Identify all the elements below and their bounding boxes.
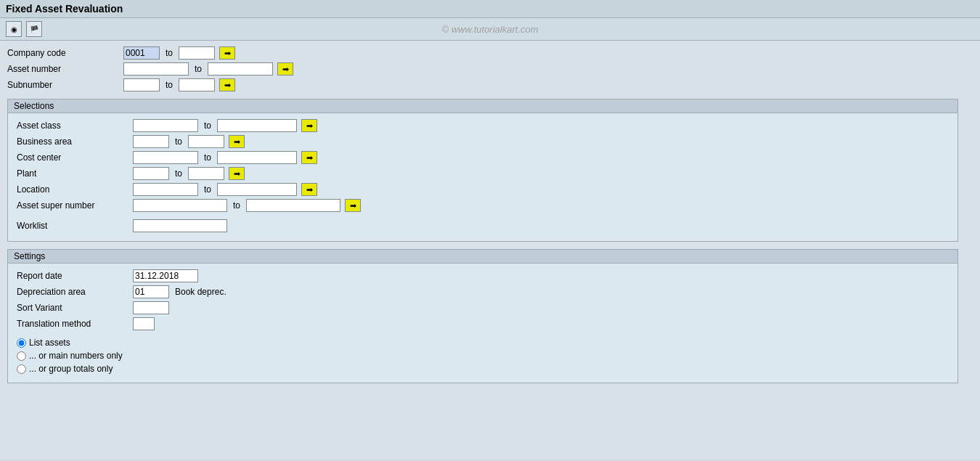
selections-section: Selections Asset class to ➡ Business are… [7,99,958,242]
asset-class-row: Asset class to ➡ [17,119,949,132]
radio-main-numbers[interactable] [17,351,26,361]
book-depr-label: Book deprec. [175,287,226,297]
radio-main-numbers-row: ... or main numbers only [17,351,949,361]
subnumber-arrow[interactable]: ➡ [219,78,235,91]
cost-center-row: Cost center to ➡ [17,151,949,164]
radio-group-totals-row: ... or group totals only [17,364,949,374]
asset-class-arrow[interactable]: ➡ [301,119,317,132]
worklist-input[interactable] [133,219,227,232]
business-area-row: Business area to ➡ [17,135,949,148]
asset-number-arrow[interactable]: ➡ [277,62,293,76]
radio-list-assets-row: List assets [17,338,949,348]
asset-number-to-input[interactable] [208,62,273,76]
asset-super-number-to-input[interactable] [246,199,340,212]
asset-super-number-input[interactable] [133,199,227,212]
report-date-input[interactable] [133,269,198,282]
asset-class-to: to [204,121,211,131]
location-to-input[interactable] [217,183,297,196]
radio-main-numbers-label: ... or main numbers only [29,351,123,361]
settings-title: Settings [8,250,957,264]
company-code-input[interactable] [123,46,160,60]
translation-method-label: Translation method [17,319,133,329]
page-title: Fixed Asset Revaluation [6,3,123,15]
location-to: to [204,184,211,195]
settings-section: Settings Report date Depreciation area B… [7,249,958,383]
business-area-to: to [175,136,182,147]
cost-center-label: Cost center [17,152,133,163]
asset-class-label: Asset class [17,121,133,131]
sort-variant-label: Sort Variant [17,303,133,313]
cost-center-input[interactable] [133,151,198,164]
business-area-to-input[interactable] [188,135,224,148]
cost-center-to: to [204,152,211,163]
selections-title: Selections [8,99,957,113]
main-content: Company code to ➡ Asset number to ➡ Subn… [0,41,980,460]
worklist-label: Worklist [17,221,133,231]
business-area-label: Business area [17,136,133,147]
location-label: Location [17,184,133,195]
business-area-input[interactable] [133,135,169,148]
cost-center-to-input[interactable] [217,151,297,164]
report-date-row: Report date [17,269,949,282]
selections-body: Asset class to ➡ Business area to ➡ Cost… [8,113,957,241]
sort-variant-input[interactable] [133,301,169,314]
radio-group: List assets ... or main numbers only ...… [17,338,949,374]
worklist-row: Worklist [17,219,949,232]
report-date-label: Report date [17,271,133,281]
company-code-label: Company code [7,48,123,58]
plant-to: to [175,168,182,179]
nav-icon[interactable]: ◉ [6,21,22,37]
asset-super-number-row: Asset super number to ➡ [17,199,949,212]
plant-row: Plant to ➡ [17,167,949,180]
radio-list-assets[interactable] [17,338,26,348]
watermark: © www.tutorialkart.com [441,24,538,35]
business-area-arrow[interactable]: ➡ [229,135,245,148]
cost-center-arrow[interactable]: ➡ [301,151,317,164]
flag-icon[interactable]: 🏴 [26,21,42,37]
plant-to-input[interactable] [188,167,224,180]
subnumber-row: Subnumber to ➡ [7,78,958,91]
translation-method-input[interactable] [133,317,155,330]
subnumber-label: Subnumber [7,80,123,90]
location-arrow[interactable]: ➡ [301,183,317,196]
settings-body: Report date Depreciation area Book depre… [8,264,957,383]
company-code-arrow[interactable]: ➡ [219,46,235,60]
subnumber-input[interactable] [123,78,160,91]
asset-number-row: Asset number to ➡ [7,62,958,76]
asset-super-number-to: to [233,200,240,211]
asset-number-input[interactable] [123,62,189,76]
plant-input[interactable] [133,167,169,180]
company-code-to: to [166,48,173,58]
subnumber-to-input[interactable] [179,78,215,91]
plant-label: Plant [17,168,133,179]
toolbar: ◉ 🏴 © www.tutorialkart.com [0,18,980,41]
company-code-row: Company code to ➡ [7,46,958,60]
depreciation-area-label: Depreciation area [17,287,133,297]
asset-class-to-input[interactable] [217,119,297,132]
radio-list-assets-label: List assets [29,338,70,348]
depreciation-area-row: Depreciation area Book deprec. [17,285,949,298]
asset-super-number-label: Asset super number [17,200,133,211]
sort-variant-row: Sort Variant [17,301,949,314]
asset-class-input[interactable] [133,119,198,132]
asset-number-label: Asset number [7,64,123,74]
radio-group-totals-label: ... or group totals only [29,364,113,374]
radio-group-totals[interactable] [17,364,26,374]
company-code-to-input[interactable] [179,46,215,60]
translation-method-row: Translation method [17,317,949,330]
location-input[interactable] [133,183,198,196]
plant-arrow[interactable]: ➡ [229,167,245,180]
asset-super-number-arrow[interactable]: ➡ [345,199,361,212]
depreciation-area-input[interactable] [133,285,169,298]
location-row: Location to ➡ [17,183,949,196]
title-bar: Fixed Asset Revaluation [0,0,980,18]
subnumber-to: to [166,80,173,90]
asset-number-to: to [195,64,202,74]
